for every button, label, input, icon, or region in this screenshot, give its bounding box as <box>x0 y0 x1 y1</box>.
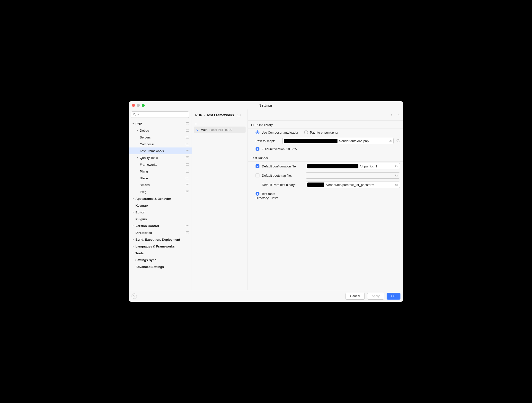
chevron-right-icon <box>132 211 135 214</box>
framework-list: UMainLocal PHP 8.3.9 <box>192 127 248 133</box>
sidebar-item-tools[interactable]: Tools <box>129 250 192 256</box>
sidebar-item-label: Advanced Settings <box>135 265 189 269</box>
sidebar-item-label: Directories <box>135 231 186 235</box>
folder-icon[interactable] <box>395 183 398 186</box>
radio-phpunit-phar[interactable]: Path to phpunit.phar <box>304 130 338 134</box>
sidebar-item-languages-frameworks[interactable]: Languages & Frameworks <box>129 243 192 250</box>
project-badge-icon <box>186 129 189 132</box>
default-config-checkbox[interactable] <box>256 164 259 168</box>
radio-composer-label: Use Composer autoloader <box>261 131 298 134</box>
sidebar-item-editor[interactable]: Editor <box>129 209 192 216</box>
sidebar-item-label: Settings Sync <box>135 258 189 262</box>
sidebar-item-test-frameworks[interactable]: Test Frameworks <box>129 147 192 154</box>
sidebar-item-label: Smarty <box>140 183 186 187</box>
framework-list-item[interactable]: UMainLocal PHP 8.3.9 <box>194 127 246 133</box>
paratest-label: Default ParaTest binary: <box>262 183 303 187</box>
radio-phar-label: Path to phpunit.phar <box>310 131 338 134</box>
breadcrumb: PHP › Test Frameworks <box>192 110 248 121</box>
info-icon: i <box>256 192 259 196</box>
sidebar-item-label: Build, Execution, Deployment <box>135 238 189 241</box>
help-button[interactable]: ? <box>132 293 137 299</box>
sidebar-item-advanced-settings[interactable]: Advanced Settings <box>129 263 192 270</box>
radio-composer-autoloader[interactable]: Use Composer autoloader <box>256 130 298 134</box>
window-controls <box>129 104 145 107</box>
sidebar-item-composer[interactable]: Composer <box>129 141 192 147</box>
breadcrumb-root: PHP <box>195 113 202 117</box>
path-to-script-value: /vendor/autoload.php <box>339 139 386 143</box>
remove-icon[interactable] <box>201 122 204 126</box>
phpunit-section-title: PHPUnit library <box>248 121 403 128</box>
sidebar-item-label: Quality Tools <box>140 156 186 160</box>
framework-list-panel: PHP › Test Frameworks UMainLocal PHP 8.3… <box>192 110 248 290</box>
apply-button[interactable]: Apply <box>367 293 384 300</box>
sidebar-item-quality-tools[interactable]: Quality Tools <box>129 154 192 161</box>
settings-window: Settings PHPDebugServersComposerTest Fra… <box>129 101 403 302</box>
sidebar-item-servers[interactable]: Servers <box>129 134 192 141</box>
folder-icon[interactable] <box>389 139 392 142</box>
detail-header <box>248 110 403 121</box>
dialog-footer: ? Cancel Apply OK <box>129 290 403 302</box>
framework-item-name: Main <box>201 128 207 132</box>
framework-item-detail: Local PHP 8.3.9 <box>209 128 232 132</box>
breadcrumb-leaf: Test Frameworks <box>206 113 234 117</box>
sidebar-item-build-execution-deployment[interactable]: Build, Execution, Deployment <box>129 236 192 243</box>
sidebar-item-frameworks[interactable]: Frameworks <box>129 161 192 168</box>
project-badge-icon <box>186 163 189 166</box>
back-icon[interactable] <box>390 113 394 117</box>
framework-list-toolbar <box>192 121 248 127</box>
minimize-icon[interactable] <box>137 104 140 107</box>
sidebar-item-phing[interactable]: Phing <box>129 168 192 175</box>
project-badge-icon <box>186 225 189 227</box>
project-badge-icon <box>186 122 189 125</box>
phpunit-version-label: PHPUnit version: 10.5.25 <box>261 147 297 151</box>
ok-button[interactable]: OK <box>387 293 400 300</box>
sidebar-item-label: Servers <box>140 136 186 139</box>
sidebar-item-version-control[interactable]: Version Control <box>129 222 192 229</box>
zoom-icon[interactable] <box>142 104 145 107</box>
svg-point-0 <box>133 113 135 115</box>
sidebar-item-php[interactable]: PHP <box>129 120 192 127</box>
titlebar: Settings <box>129 101 403 110</box>
cancel-button[interactable]: Cancel <box>346 293 364 300</box>
add-icon[interactable] <box>194 122 198 126</box>
sidebar-item-label: Test Frameworks <box>140 149 186 153</box>
refresh-icon[interactable] <box>396 139 400 143</box>
default-bootstrap-checkbox[interactable] <box>256 174 259 177</box>
test-roots-dir-value: tests <box>272 196 278 200</box>
sidebar-item-smarty[interactable]: Smarty <box>129 182 192 188</box>
chevron-down-icon <box>137 114 139 116</box>
project-badge-icon <box>186 143 189 145</box>
info-icon: i <box>256 147 259 151</box>
forward-icon[interactable] <box>397 113 400 117</box>
sidebar-item-debug[interactable]: Debug <box>129 127 192 134</box>
sidebar-item-blade[interactable]: Blade <box>129 175 192 182</box>
path-to-script-input[interactable]: /vendor/autoload.php <box>282 138 394 144</box>
paratest-input[interactable]: /vendor/bin/paratest_for_phpstorm <box>306 182 400 188</box>
sidebar-item-label: Blade <box>140 176 186 180</box>
chevron-right-icon <box>136 156 139 159</box>
default-config-label: Default configuration file: <box>262 165 303 168</box>
sidebar-item-label: Debug <box>140 129 186 132</box>
sidebar-item-appearance-behavior[interactable]: Appearance & Behavior <box>129 195 192 202</box>
sidebar-item-keymap[interactable]: Keymap <box>129 202 192 209</box>
sidebar-item-directories[interactable]: Directories <box>129 229 192 236</box>
sidebar-item-label: PHP <box>135 122 186 126</box>
close-icon[interactable] <box>132 104 135 107</box>
project-badge-icon <box>237 113 240 117</box>
folder-icon[interactable] <box>395 174 398 177</box>
search-icon <box>133 113 136 116</box>
default-bootstrap-label: Default bootstrap file: <box>262 174 303 177</box>
sidebar-item-label: Frameworks <box>140 163 186 166</box>
chevron-right-icon <box>132 251 135 255</box>
sidebar-item-plugins[interactable]: Plugins <box>129 216 192 222</box>
sidebar-item-twig[interactable]: Twig <box>129 188 192 195</box>
search-input[interactable] <box>131 111 189 118</box>
sidebar-item-settings-sync[interactable]: Settings Sync <box>129 256 192 263</box>
chevron-right-icon <box>132 224 135 228</box>
default-bootstrap-input[interactable] <box>306 172 400 179</box>
project-badge-icon <box>186 231 189 234</box>
folder-icon[interactable] <box>395 165 398 168</box>
sidebar-item-label: Twig <box>140 190 186 194</box>
default-config-input[interactable]: /phpunit.xml <box>306 163 400 169</box>
project-badge-icon <box>186 191 189 193</box>
